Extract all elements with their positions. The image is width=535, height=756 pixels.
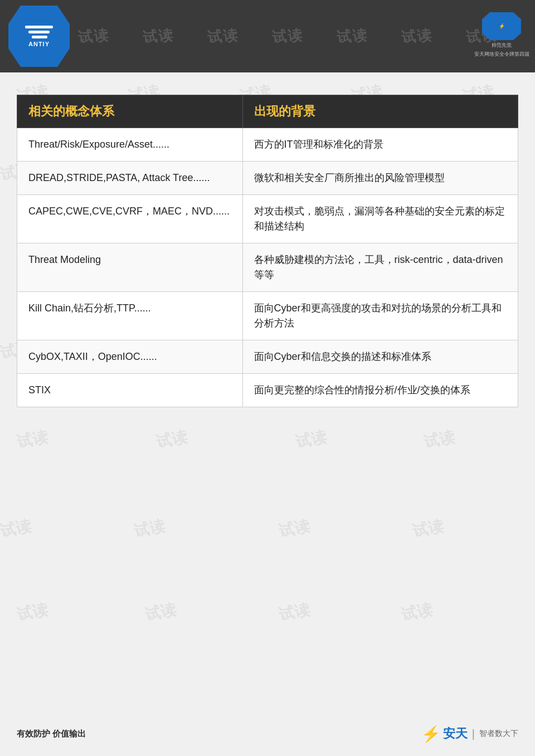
row4-col1: Threat Modeling — [17, 243, 243, 292]
row6-col2: 面向Cyber和信息交换的描述和标准体系 — [242, 340, 518, 374]
table-row: STIX 面向更完整的综合性的情报分析/作业/交换的体系 — [17, 374, 518, 407]
header-watermarks: 试读 试读 试读 试读 试读 试读 试读 — [0, 0, 535, 72]
row5-col2: 面向Cyber和更高强度的攻击和对抗的场景的分析工具和分析方法 — [242, 292, 518, 340]
mwm-22: 试读 — [422, 426, 456, 452]
mwm-26: 试读 — [411, 515, 445, 542]
main-content: 试读 试读 试读 试读 试读 试读 试读 试读 试读 试读 试读 试读 试读 试… — [0, 72, 535, 418]
table-row: Threat Modeling 各种威胁建模的方法论，工具，risk-centr… — [17, 243, 518, 292]
header-corner-logo: ⚡ 帅范先觉 安天网络安全令牌第四届 — [474, 4, 529, 66]
col2-header: 出现的背景 — [242, 95, 518, 128]
row7-col1: STIX — [17, 374, 243, 407]
mwm-27: 试读 — [15, 599, 50, 625]
row7-col2: 面向更完整的综合性的情报分析/作业/交换的体系 — [242, 374, 518, 407]
logo-stripe-2 — [28, 31, 50, 33]
antiy-logo: ANTIY — [8, 6, 70, 67]
table-row: CybOX,TAXII，OpenIOC...... 面向Cyber和信息交换的描… — [17, 340, 518, 374]
logo-stripe-1 — [25, 26, 53, 28]
footer-brand: 安天 — [443, 725, 468, 742]
table-row: DREAD,STRIDE,PASTA, Attack Tree...... 微软… — [17, 162, 518, 195]
corner-sub: 安天网络安全令牌第四届 — [474, 51, 529, 58]
row5-col1: Kill Chain,钻石分析,TTP...... — [17, 292, 243, 340]
logo-stripe-3 — [32, 36, 47, 38]
watermark-1: 试读 — [77, 25, 110, 47]
table-row: CAPEC,CWE,CVE,CVRF，MAEC，NVD...... 对攻击模式，… — [17, 195, 518, 243]
watermark-4: 试读 — [271, 25, 304, 47]
row6-col1: CybOX,TAXII，OpenIOC...... — [17, 340, 243, 374]
footer-brand-sub: 智者数大下 — [479, 729, 518, 739]
table-row: Kill Chain,钻石分析,TTP...... 面向Cyber和更高强度的攻… — [17, 292, 518, 340]
footer-tagline: 有效防护 价值输出 — [17, 729, 86, 739]
watermark-5: 试读 — [336, 25, 369, 47]
footer-divider: | — [472, 728, 475, 740]
watermark-6: 试读 — [401, 25, 434, 47]
corner-brand: 帅范先觉 — [492, 42, 512, 49]
mwm-20: 试读 — [154, 426, 189, 452]
table-row: Threat/Risk/Exposure/Asset...... 西方的IT管理… — [17, 128, 518, 162]
content-table: 相关的概念体系 出现的背景 Threat/Risk/Exposure/Asset… — [17, 95, 518, 407]
logo-label: ANTIY — [28, 41, 50, 47]
footer-logo: ⚡ 安天 | 智者数大下 — [421, 725, 518, 743]
mwm-30: 试读 — [400, 599, 434, 625]
row1-col2: 西方的IT管理和标准化的背景 — [242, 128, 518, 162]
row3-col1: CAPEC,CWE,CVE,CVRF，MAEC，NVD...... — [17, 195, 243, 243]
mwm-29: 试读 — [277, 599, 312, 625]
corner-hex-text: ⚡ — [499, 23, 505, 29]
mwm-24: 试读 — [132, 515, 167, 542]
mwm-23: 试读 — [0, 515, 33, 542]
mwm-28: 试读 — [143, 599, 178, 625]
row3-col2: 对攻击模式，脆弱点，漏洞等各种基础的安全元素的标定和描述结构 — [242, 195, 518, 243]
logo-stripes — [25, 26, 53, 38]
footer: 有效防护 价值输出 ⚡ 安天 | 智者数大下 — [0, 711, 535, 756]
mwm-25: 试读 — [277, 515, 312, 542]
corner-hex: ⚡ — [482, 12, 521, 40]
row1-col1: Threat/Risk/Exposure/Asset...... — [17, 128, 243, 162]
row4-col2: 各种威胁建模的方法论，工具，risk-centric，data-driven等等 — [242, 243, 518, 292]
row2-col1: DREAD,STRIDE,PASTA, Attack Tree...... — [17, 162, 243, 195]
row2-col2: 微软和相关安全厂商所推出的风险管理模型 — [242, 162, 518, 195]
col1-header: 相关的概念体系 — [17, 95, 243, 128]
watermark-3: 试读 — [207, 25, 240, 47]
header: ANTIY 试读 试读 试读 试读 试读 试读 试读 ⚡ 帅范先觉 安天网络安全… — [0, 0, 535, 72]
mwm-21: 试读 — [294, 426, 328, 452]
lightning-icon: ⚡ — [421, 725, 441, 743]
mwm-19: 试读 — [15, 426, 50, 452]
watermark-2: 试读 — [142, 25, 175, 47]
